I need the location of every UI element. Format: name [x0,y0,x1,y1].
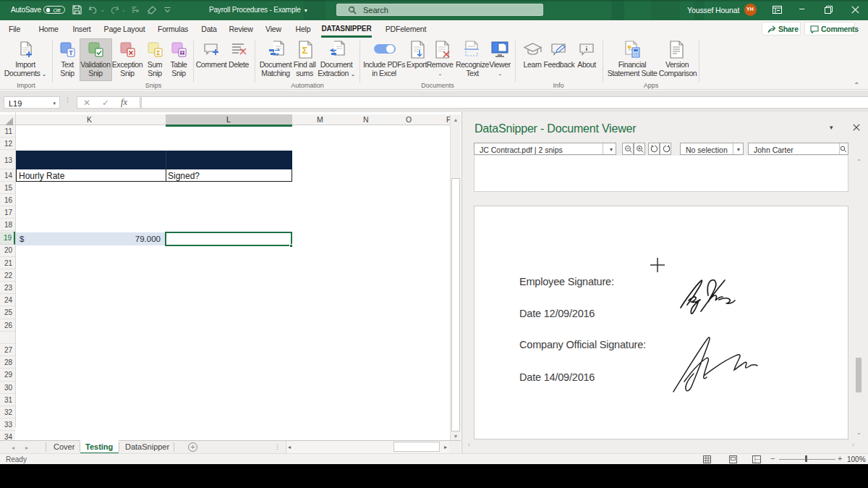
svg-text:T: T [69,49,73,56]
svg-text:Σ: Σ [302,45,308,56]
svg-text:Σ: Σ [156,49,161,56]
